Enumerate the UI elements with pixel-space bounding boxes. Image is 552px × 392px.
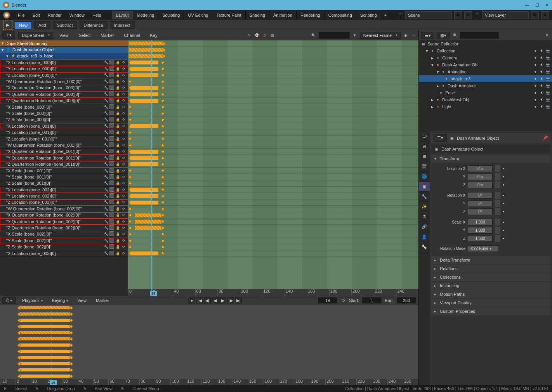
channel-row[interactable]: "Z Quarternion Rotation (bone_001)[0]" 🔧…: [0, 161, 128, 167]
dope-view-menu[interactable]: View: [56, 32, 72, 39]
modifier-icon[interactable]: ⟳: [121, 231, 127, 237]
tab-compositing[interactable]: Compositing: [325, 11, 356, 19]
menu-render[interactable]: Render: [45, 12, 65, 19]
mute-checkbox[interactable]: [109, 251, 114, 255]
tl-current-frame[interactable]: 19: [50, 380, 57, 385]
panel-header[interactable]: Relations: [431, 265, 550, 272]
modifier-icon[interactable]: ⟳: [121, 206, 127, 212]
eye-icon[interactable]: 👁: [539, 83, 544, 88]
viewlayer-input[interactable]: [482, 11, 529, 19]
exclude-icon[interactable]: ▾: [533, 69, 538, 75]
autokey-button[interactable]: ●: [188, 297, 195, 304]
channel-row[interactable]: "Y Quarternion Rotation (bone_000)[0]" 🔧…: [0, 91, 128, 97]
channel-row[interactable]: "X Location (bone_003)[0]" 🔧 🔒 ⟳: [0, 250, 128, 257]
mute-checkbox[interactable]: [109, 219, 114, 224]
scene-name-input[interactable]: [405, 11, 452, 19]
wrench-icon[interactable]: 🔧: [103, 92, 109, 97]
location-y-input[interactable]: 0m: [468, 173, 493, 180]
prev-key-button[interactable]: ◀|: [204, 297, 211, 304]
modifier-icon[interactable]: ⟳: [121, 199, 127, 205]
tab-scripting[interactable]: Scripting: [356, 11, 381, 19]
modifier-icon[interactable]: ⟳: [121, 79, 127, 84]
modifier-icon[interactable]: ⟳: [121, 238, 127, 243]
outliner-item[interactable]: ▸●Camera ▾ 👁 📷: [419, 54, 552, 61]
outliner-editor-dropdown[interactable]: ☰▾: [421, 32, 434, 39]
channel-row[interactable]: "Z Scale (bone_001)[0]" 🔧 🔒 ⟳: [0, 180, 128, 187]
exclude-icon[interactable]: ▾: [533, 55, 538, 61]
prop-tab-data[interactable]: 👤: [419, 232, 430, 242]
playhead[interactable]: [151, 40, 152, 296]
mute-checkbox[interactable]: [109, 231, 114, 236]
camera-icon[interactable]: 📷: [545, 69, 550, 75]
panel-header[interactable]: Viewport Display: [431, 299, 550, 307]
location-z-input[interactable]: 0m: [468, 182, 493, 188]
wrench-icon[interactable]: 🔧: [103, 73, 109, 78]
lock-icon[interactable]: [495, 192, 500, 199]
lock-icon[interactable]: 🔒: [115, 104, 120, 110]
keyframe-area[interactable]: 020406080100120140160180200220240 19: [128, 40, 418, 296]
lock-icon[interactable]: 🔒: [115, 161, 120, 167]
mute-checkbox[interactable]: [109, 238, 114, 243]
outliner-tree[interactable]: ▦Scene Collection ▾●Collection ▾ 👁 📷 ▸●C…: [419, 40, 552, 131]
mute-checkbox[interactable]: [109, 66, 114, 71]
rotation-y-input[interactable]: 0°: [468, 200, 493, 207]
prop-tab-constraints[interactable]: 🔗: [419, 222, 430, 232]
dope-marker-menu[interactable]: Marker: [97, 32, 117, 39]
lock-icon[interactable]: [495, 200, 500, 207]
outliner-search-input[interactable]: [460, 32, 499, 39]
modifier-icon[interactable]: ⟳: [121, 149, 127, 154]
app-icon[interactable]: [3, 12, 10, 19]
tab-layout[interactable]: Layout: [112, 11, 133, 19]
mute-checkbox[interactable]: [109, 168, 114, 173]
scale-y-input[interactable]: 1.000: [468, 227, 493, 234]
new-button[interactable]: New: [15, 21, 32, 29]
lock-icon[interactable]: 🔒: [115, 174, 120, 180]
mute-checkbox[interactable]: [109, 149, 114, 153]
lock-icon[interactable]: 🔒: [115, 231, 120, 237]
wrench-icon[interactable]: 🔧: [103, 136, 109, 142]
wrench-icon[interactable]: 🔧: [103, 98, 109, 103]
camera-icon[interactable]: 📷: [545, 104, 550, 109]
wrench-icon[interactable]: 🔧: [103, 174, 109, 180]
mute-checkbox[interactable]: [109, 98, 114, 102]
mute-checkbox[interactable]: [109, 199, 114, 204]
mute-checkbox[interactable]: [109, 123, 114, 128]
mute-checkbox[interactable]: [109, 161, 114, 166]
mute-checkbox[interactable]: [109, 85, 114, 90]
wrench-icon[interactable]: 🔧: [103, 79, 109, 84]
lock-icon[interactable]: 🔒: [115, 206, 120, 212]
camera-icon[interactable]: 📷: [545, 55, 550, 61]
anim-dot-icon[interactable]: •: [503, 182, 504, 187]
wrench-icon[interactable]: 🔧: [103, 244, 109, 250]
lock-icon[interactable]: 🔒: [115, 136, 120, 142]
rotation-x-input[interactable]: 0°: [468, 192, 493, 199]
datablock-name[interactable]: ▣ Dash Armature Object: [431, 145, 550, 153]
modifier-icon[interactable]: ⟳: [121, 219, 127, 224]
channel-row[interactable]: "W Quarternion Rotation (bone_001)[0]" 🔧…: [0, 142, 128, 148]
exclude-icon[interactable]: ▾: [533, 76, 538, 82]
wrench-icon[interactable]: 🔧: [103, 219, 109, 224]
outliner-display-dropdown[interactable]: ▦▾: [437, 32, 450, 39]
mute-checkbox[interactable]: [109, 206, 114, 211]
camera-icon[interactable]: 📷: [545, 83, 550, 88]
menu-file[interactable]: File: [15, 12, 28, 19]
modifier-icon[interactable]: ⟳: [121, 187, 127, 193]
modifier-icon[interactable]: ⟳: [121, 136, 127, 142]
outliner-item[interactable]: ▾●Animation ▾ 👁 📷: [419, 68, 552, 75]
lock-icon[interactable]: 🔒: [115, 187, 120, 193]
modifier-icon[interactable]: ⟳: [121, 161, 127, 167]
camera-icon[interactable]: 📷: [545, 62, 550, 68]
timeline-editor-dropdown[interactable]: ⏱▾: [2, 297, 16, 304]
wrench-icon[interactable]: 🔧: [103, 66, 109, 71]
proportional-icon[interactable]: ◉: [403, 33, 408, 38]
lock-icon[interactable]: [495, 208, 500, 215]
prop-tab-scene[interactable]: 🎬: [419, 161, 430, 172]
eye-icon[interactable]: 👁: [539, 90, 544, 95]
anim-dot-icon[interactable]: •: [503, 209, 504, 214]
location-x-input[interactable]: 0m: [468, 165, 493, 172]
viewlayer-copy-button[interactable]: ⧉: [531, 11, 539, 19]
mute-checkbox[interactable]: [109, 130, 114, 134]
exclude-icon[interactable]: ▾: [533, 83, 538, 88]
mute-checkbox[interactable]: [109, 60, 114, 64]
channel-row[interactable]: "Y Scale (bone_000)[0]" 🔧 🔒 ⟳: [0, 110, 128, 116]
